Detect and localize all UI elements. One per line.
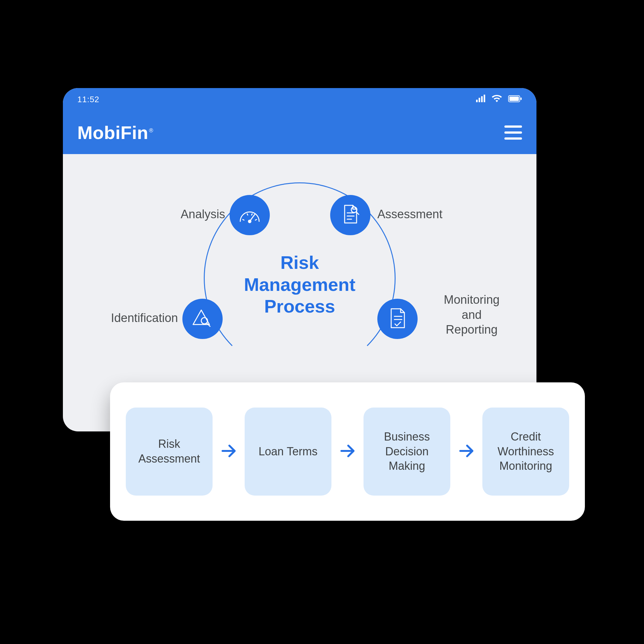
status-icons (476, 95, 522, 104)
step-label: Credit Worthiness Monitoring (489, 430, 563, 474)
canvas: 11:52 MobiFin® (0, 0, 644, 644)
flow-step: Loan Terms (245, 408, 331, 496)
step-label: Business Decision Making (370, 430, 444, 474)
svg-rect-1 (479, 98, 480, 102)
svg-rect-6 (520, 97, 522, 100)
flow-step: Business Decision Making (364, 408, 450, 496)
doc-check-icon (388, 307, 407, 331)
hamburger-icon (504, 137, 522, 140)
title-line: Risk (224, 252, 375, 274)
statusbar: 11:52 (63, 88, 536, 111)
svg-rect-0 (476, 100, 478, 102)
registered-mark-icon: ® (149, 127, 153, 134)
doc-search-icon (340, 203, 360, 227)
brand-logo: MobiFin® (77, 122, 153, 143)
hamburger-icon (504, 125, 522, 128)
step-label: Risk Assessment (132, 437, 206, 466)
appbar: MobiFin® (63, 111, 536, 154)
brand-name: MobiFin (77, 122, 148, 143)
tablet-frame: 11:52 MobiFin® (63, 88, 536, 431)
svg-rect-3 (484, 95, 485, 102)
gauge-icon (238, 206, 261, 225)
label-identification: Identification (79, 311, 178, 326)
label-analysis: Analysis (157, 207, 225, 222)
node-monitoring (377, 299, 418, 339)
signal-icon (476, 95, 486, 104)
flow-card: Risk Assessment Loan Terms Business Deci… (110, 382, 585, 521)
battery-icon (508, 95, 522, 104)
arrow-right-icon (219, 442, 238, 461)
svg-rect-5 (509, 97, 519, 101)
flow-step: Risk Assessment (126, 408, 213, 496)
wifi-icon (492, 95, 502, 104)
title-line: Process (224, 295, 375, 317)
arrow-right-icon (457, 442, 475, 461)
menu-button[interactable] (504, 125, 522, 140)
arrow-right-icon (338, 442, 357, 461)
alert-search-icon (192, 308, 213, 330)
node-identification (182, 299, 223, 339)
svg-rect-2 (481, 96, 483, 102)
title-line: Management (224, 274, 375, 296)
svg-point-8 (248, 220, 251, 223)
flow-step: Credit Worthiness Monitoring (482, 408, 569, 496)
step-label: Loan Terms (258, 444, 317, 459)
label-assessment: Assessment (377, 207, 472, 222)
status-time: 11:52 (77, 95, 99, 104)
node-analysis (230, 195, 270, 235)
node-assessment (330, 195, 370, 235)
diagram-title: Risk Management Process (224, 252, 375, 317)
label-monitoring: Monitoring and Reporting (425, 292, 519, 337)
hamburger-icon (504, 131, 522, 134)
